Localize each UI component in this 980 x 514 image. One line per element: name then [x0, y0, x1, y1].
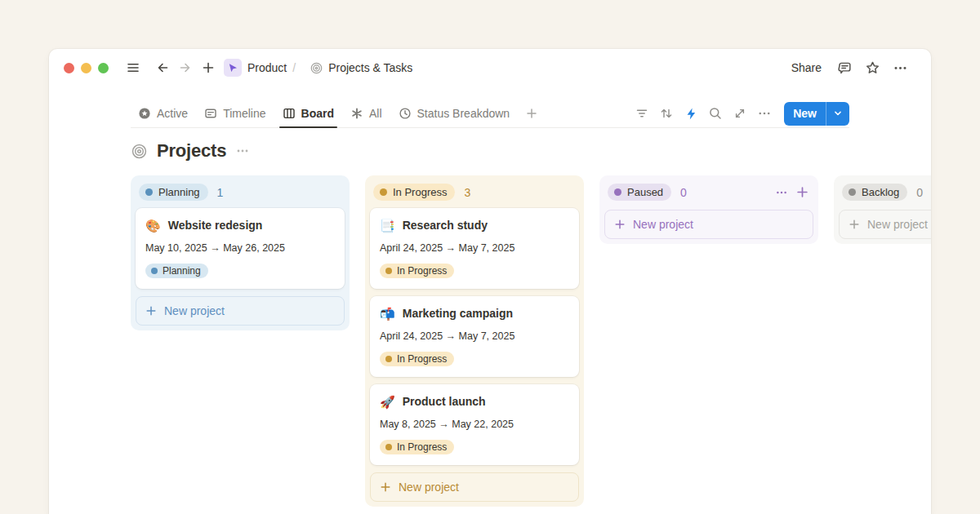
add-view-button[interactable]	[519, 100, 545, 127]
close-window-button[interactable]	[64, 63, 74, 73]
search-icon	[708, 106, 723, 121]
new-project-button[interactable]: New project	[136, 296, 345, 326]
expand-button[interactable]	[728, 102, 751, 125]
project-card[interactable]: 📑 Research study April 24, 2025 → May 7,…	[370, 208, 579, 289]
card-status-pill: In Progress	[380, 264, 454, 278]
new-project-label: New project	[867, 218, 928, 231]
minimize-window-button[interactable]	[81, 63, 91, 73]
filter-button[interactable]	[630, 102, 653, 125]
filter-icon	[635, 106, 649, 121]
target-icon	[310, 61, 323, 75]
sort-button[interactable]	[655, 102, 678, 125]
share-button[interactable]: Share	[785, 58, 828, 78]
card-status-label: In Progress	[397, 441, 447, 453]
card-title: Research study	[403, 219, 488, 232]
tab-active[interactable]: Active	[131, 100, 195, 127]
tab-status-breakdown[interactable]: Status Breakdown	[391, 100, 518, 127]
app-window: Product / Projects & Tasks Share Active	[49, 49, 931, 514]
column-header: Paused 0	[604, 180, 813, 208]
favorite-button[interactable]	[861, 56, 884, 79]
sidebar-toggle-button[interactable]	[122, 56, 145, 79]
status-view-icon	[399, 107, 412, 120]
tab-label: Status Breakdown	[417, 107, 510, 120]
topbar-actions: Share	[785, 56, 911, 79]
comment-icon	[837, 60, 853, 76]
title-options-button[interactable]	[235, 144, 250, 158]
column-add-button[interactable]	[796, 186, 808, 198]
forward-button[interactable]	[174, 56, 197, 79]
tab-timeline[interactable]: Timeline	[197, 100, 273, 127]
active-view-icon	[138, 107, 151, 120]
column-count: 1	[217, 186, 224, 199]
column-count: 0	[680, 186, 687, 199]
star-icon	[865, 60, 880, 76]
plus-icon	[849, 219, 860, 230]
view-toolbar: New	[630, 102, 849, 126]
bolt-icon	[684, 107, 698, 121]
new-button-dropdown[interactable]	[826, 102, 849, 126]
column-status-pill[interactable]: Planning	[139, 184, 208, 201]
view-options-button[interactable]	[753, 102, 776, 125]
column-header: Planning 1	[136, 180, 345, 208]
project-card[interactable]: 🎨 Website redesign May 10, 2025 → May 26…	[136, 208, 345, 289]
new-project-button[interactable]: New project	[604, 210, 813, 239]
project-card[interactable]: 🚀 Product launch May 8, 2025 → May 22, 2…	[370, 384, 579, 465]
plus-icon	[525, 107, 538, 120]
new-project-label: New project	[164, 304, 225, 317]
zoom-window-button[interactable]	[98, 63, 109, 73]
back-button[interactable]	[151, 56, 174, 79]
tab-label: Active	[157, 107, 188, 120]
card-status-pill: In Progress	[380, 352, 454, 366]
automations-button[interactable]	[679, 102, 702, 125]
search-button[interactable]	[704, 102, 727, 125]
kanban-board: Planning 1 🎨 Website redesign May 10, 20…	[131, 175, 931, 507]
plus-icon	[201, 60, 216, 75]
column-count: 3	[464, 186, 470, 199]
card-status-pill: In Progress	[380, 440, 454, 454]
page-title-row: Projects	[131, 140, 849, 162]
tab-label: Board	[301, 107, 334, 120]
new-project-label: New project	[633, 218, 693, 231]
column-status-pill[interactable]: Backlog	[842, 184, 907, 201]
expand-icon	[733, 106, 747, 121]
comments-button[interactable]	[833, 56, 856, 79]
new-button[interactable]: New	[784, 102, 849, 126]
tab-board[interactable]: Board	[275, 100, 341, 127]
column-status-pill[interactable]: Paused	[608, 184, 671, 201]
card-status-label: Planning	[163, 265, 201, 277]
card-list: 📑 Research study April 24, 2025 → May 7,…	[370, 208, 579, 465]
new-button-label: New	[784, 102, 826, 126]
card-status-label: In Progress	[397, 353, 447, 365]
new-project-button[interactable]: New project	[370, 472, 579, 502]
card-emoji: 🎨	[145, 219, 161, 232]
breadcrumb-page[interactable]: Projects & Tasks	[328, 61, 412, 74]
card-list: 🎨 Website redesign May 10, 2025 → May 26…	[136, 208, 345, 289]
target-icon	[131, 143, 148, 160]
breadcrumb-workspace[interactable]: Product	[247, 61, 287, 74]
new-page-button[interactable]	[197, 56, 220, 79]
card-emoji: 📬	[380, 308, 395, 320]
window-controls	[64, 63, 109, 73]
status-dot	[385, 268, 392, 274]
topbar: Product / Projects & Tasks Share	[49, 49, 931, 86]
column-options-button[interactable]	[775, 186, 788, 199]
page-title: Projects	[157, 140, 226, 162]
more-options-button[interactable]	[889, 56, 911, 79]
project-card[interactable]: 📬 Marketing campaign April 24, 2025 → Ma…	[370, 296, 579, 377]
column-name: In Progress	[393, 186, 447, 198]
card-dates: April 24, 2025 → May 7, 2025	[380, 242, 569, 254]
new-project-button[interactable]: New project	[839, 210, 931, 239]
tab-all[interactable]: All	[343, 100, 390, 127]
chevron-down-icon	[832, 108, 844, 119]
status-dot	[849, 188, 856, 196]
app-icon	[224, 59, 242, 77]
plus-icon	[145, 305, 157, 317]
status-dot	[385, 356, 392, 362]
column-status-pill[interactable]: In Progress	[373, 184, 455, 201]
hamburger-icon	[126, 60, 140, 75]
breadcrumb-separator: /	[292, 61, 296, 74]
timeline-view-icon	[204, 107, 217, 120]
ellipsis-icon	[235, 144, 250, 158]
column-in-progress: In Progress 3 📑 Research study April 24,…	[365, 175, 584, 507]
board-view-icon	[283, 107, 296, 120]
